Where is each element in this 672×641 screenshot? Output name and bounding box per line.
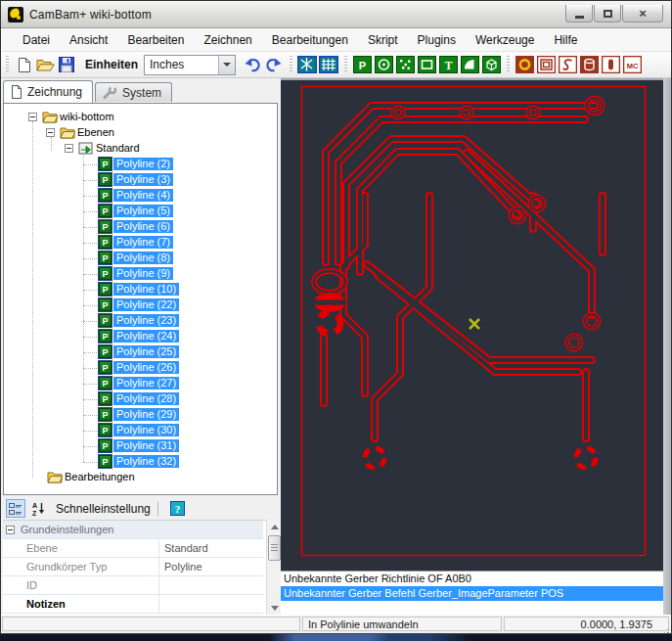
property-grid[interactable]: GrundeinstellungenEbeneStandardGrundkörp…	[3, 520, 278, 615]
property-name: ID	[3, 576, 159, 594]
maximize-button[interactable]	[594, 5, 621, 23]
redo-icon[interactable]	[263, 54, 285, 75]
save-icon[interactable]	[56, 54, 77, 75]
tree-guide-stub	[83, 415, 97, 416]
property-row[interactable]: EbeneStandard	[3, 539, 263, 558]
tab-system[interactable]: System	[95, 82, 172, 102]
tree-node-polyline[interactable]: PPolyline (7)	[4, 235, 277, 251]
tree-node-polyline[interactable]: PPolyline (28)	[4, 391, 277, 407]
tree-node-polyline[interactable]: PPolyline (29)	[4, 407, 277, 423]
property-row[interactable]: Notizen	[3, 595, 263, 614]
tree-node-polyline[interactable]: PPolyline (9)	[4, 266, 277, 282]
menu-item-plugins[interactable]: Plugins	[408, 30, 466, 50]
scroll-down-icon[interactable]	[268, 601, 281, 615]
pocket-icon[interactable]	[535, 54, 557, 75]
property-scrollbar[interactable]	[266, 520, 281, 615]
menu-item-skript[interactable]: Skript	[358, 30, 408, 50]
arc-icon[interactable]	[459, 54, 480, 75]
tree-node-polyline[interactable]: PPolyline (6)	[4, 219, 277, 235]
scroll-up-icon[interactable]	[268, 520, 281, 533]
tree-node-polyline[interactable]: PPolyline (30)	[4, 423, 277, 438]
tree-node-standard[interactable]: Standard	[4, 141, 277, 157]
property-row[interactable]: Grundkörper TypPolyline	[3, 558, 263, 576]
property-category-row[interactable]: Grundeinstellungen	[3, 521, 263, 539]
tree-guide-stub	[83, 446, 97, 447]
snap-grid-icon[interactable]	[318, 54, 339, 75]
drawing-tree[interactable]: wiki-bottomEbenenStandardPPolyline (2)PP…	[3, 103, 278, 495]
tree-node-polyline[interactable]: PPolyline (4)	[4, 188, 277, 204]
svg-text:Z: Z	[32, 510, 37, 517]
property-row[interactable]: ID	[3, 576, 263, 595]
tree-node-label: Polyline (28)	[113, 392, 179, 405]
property-value[interactable]: Polyline	[159, 561, 263, 572]
menu-item-bearbeiten[interactable]: Bearbeiten	[117, 30, 194, 50]
app-logo-icon	[8, 7, 23, 23]
points-icon[interactable]	[394, 54, 416, 75]
vengrave-icon[interactable]	[600, 54, 621, 75]
tab-zeichnung[interactable]: Zeichnung	[3, 80, 93, 103]
tree-node-polyline[interactable]: PPolyline (25)	[4, 344, 277, 360]
tree-node-polyline[interactable]: PPolyline (24)	[4, 329, 277, 344]
tree-node-label: Polyline (10)	[113, 283, 179, 296]
machining-icon[interactable]: MC	[621, 54, 643, 75]
scroll-thumb[interactable]	[268, 535, 281, 561]
tree-node-ebenen[interactable]: Ebenen	[4, 125, 277, 141]
message-row[interactable]: Unbekannte Gerber Richtlinie OF A0B0	[281, 572, 663, 586]
property-name: Ebene	[3, 539, 159, 557]
tree-node-bearbeitungen[interactable]: Bearbeitungen	[4, 470, 277, 485]
engrave-icon[interactable]	[557, 54, 578, 75]
units-combobox[interactable]: Inches	[144, 55, 236, 75]
rectangle-icon[interactable]	[416, 54, 437, 75]
collapse-icon[interactable]	[65, 144, 73, 153]
new-file-icon[interactable]	[13, 54, 34, 75]
help-button[interactable]: ?	[168, 499, 188, 518]
tree-node-polyline[interactable]: PPolyline (26)	[4, 360, 277, 376]
tree-node-polyline[interactable]: PPolyline (8)	[4, 251, 277, 266]
undo-icon[interactable]	[242, 54, 263, 75]
collapse-icon[interactable]	[46, 128, 55, 137]
message-row[interactable]: Unbekannter Gerber Befehl Gerber_ImagePa…	[281, 586, 663, 601]
tree-node-polyline[interactable]: PPolyline (23)	[4, 313, 277, 329]
tree-node-polyline[interactable]: PPolyline (31)	[4, 438, 277, 454]
tree-guide-stub	[83, 462, 97, 463]
menu-item-bearbeitungen[interactable]: Bearbeitungen	[262, 30, 358, 50]
drill-icon[interactable]	[514, 54, 535, 75]
tree-guide-stub	[83, 180, 97, 181]
message-list[interactable]: Unbekannte Gerber Richtlinie OF A0B0Unbe…	[281, 571, 663, 615]
toolbar-grip	[507, 56, 510, 73]
tree-node-polyline[interactable]: PPolyline (5)	[4, 204, 277, 219]
collapse-icon[interactable]	[6, 526, 15, 534]
minimize-button[interactable]	[565, 5, 593, 23]
collapse-icon[interactable]	[28, 113, 37, 121]
text-icon[interactable]: T	[437, 54, 459, 75]
folder-icon	[42, 111, 58, 123]
profile3d-icon[interactable]	[578, 54, 600, 75]
open-folder-icon[interactable]	[34, 54, 56, 75]
tree-node-root[interactable]: wiki-bottom	[4, 110, 277, 125]
drawing-canvas[interactable]	[281, 80, 663, 571]
property-value[interactable]: Standard	[159, 542, 263, 554]
circle-icon[interactable]	[373, 54, 394, 75]
menu-item-datei[interactable]: Datei	[13, 30, 60, 50]
tree-node-polyline[interactable]: PPolyline (3)	[4, 172, 277, 188]
tree-guide-stub	[83, 321, 97, 322]
close-button[interactable]: ×	[622, 5, 663, 23]
menu-item-zeichnen[interactable]: Zeichnen	[194, 30, 261, 50]
tree-node-polyline[interactable]: PPolyline (10)	[4, 282, 277, 298]
polyline-icon[interactable]: P	[351, 54, 373, 75]
categorized-view-button[interactable]	[6, 499, 25, 518]
tree-node-polyline[interactable]: PPolyline (2)	[4, 157, 277, 172]
surface-icon[interactable]	[480, 54, 502, 75]
tree-node-polyline[interactable]: PPolyline (27)	[4, 376, 277, 391]
combo-dropdown-button[interactable]	[218, 56, 235, 74]
minimize-icon	[575, 16, 584, 19]
menu-item-hilfe[interactable]: Hilfe	[544, 30, 587, 50]
tree-node-polyline[interactable]: PPolyline (32)	[4, 454, 277, 470]
menu-item-werkzeuge[interactable]: Werkzeuge	[466, 30, 544, 50]
tree-node-polyline[interactable]: PPolyline (22)	[4, 298, 277, 313]
pad-cluster	[313, 271, 346, 312]
menu-item-ansicht[interactable]: Ansicht	[60, 30, 117, 50]
sort-az-button[interactable]: A Z	[28, 499, 48, 518]
units-label: Einheiten	[85, 58, 138, 71]
snap-point-icon[interactable]	[296, 54, 318, 75]
